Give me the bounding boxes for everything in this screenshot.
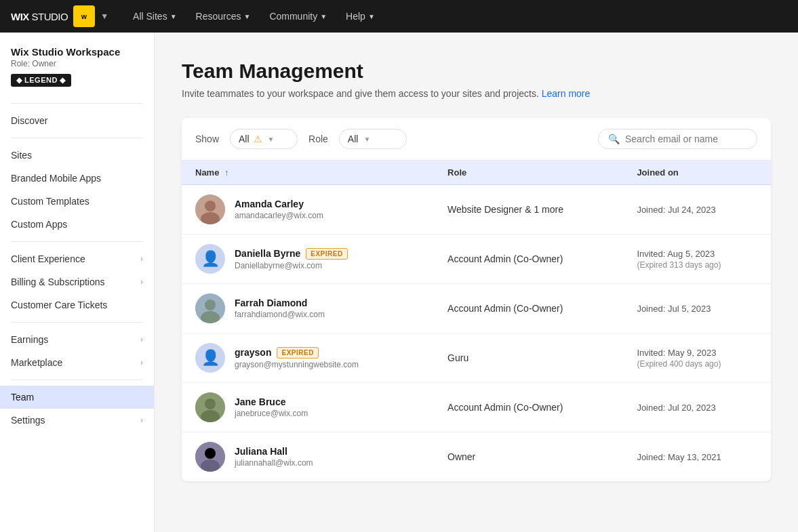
member-details: Jane Bruce janebruce@wix.com — [235, 396, 308, 418]
sidebar-item-custom-templates[interactable]: Custom Templates — [0, 190, 154, 213]
show-filter-value: All — [239, 134, 250, 144]
warning-icon: ⚠ — [254, 134, 262, 144]
avatar-placeholder-icon: 👤 — [201, 349, 220, 367]
avatar — [195, 293, 225, 323]
member-details: grayson EXPIRED grayson@mystunningwebsit… — [235, 347, 359, 369]
member-joined: Invited: Aug 5, 2023(Expired 313 days ag… — [623, 234, 771, 284]
avatar-placeholder-icon: 👤 — [201, 250, 220, 268]
workspace-role: Role: Owner — [11, 59, 143, 68]
resources-chevron: ▼ — [243, 13, 250, 20]
show-label: Show — [195, 134, 219, 144]
col-joined: Joined on — [623, 161, 771, 185]
sidebar-item-discover[interactable]: Discover — [0, 109, 154, 132]
billing-subscriptions-chevron: › — [140, 277, 143, 287]
marketplace-chevron: › — [140, 358, 143, 367]
show-filter-chevron: ▼ — [268, 136, 275, 143]
svg-point-6 — [205, 300, 216, 310]
help-chevron: ▼ — [368, 13, 375, 20]
community-chevron: ▼ — [320, 13, 327, 20]
sidebar-item-client-experience[interactable]: Client Experience › — [0, 247, 154, 270]
expired-badge: EXPIRED — [277, 347, 318, 359]
nav-item-community[interactable]: Community ▼ — [261, 5, 335, 27]
joined-line2: (Expired 313 days ago) — [637, 260, 757, 270]
sidebar-item-earnings[interactable]: Earnings › — [0, 328, 154, 351]
member-role: Account Admin (Co-Owner) — [434, 383, 623, 432]
search-box[interactable]: 🔍 — [598, 129, 757, 149]
member-cell-4: Jane Bruce janebruce@wix.com — [182, 383, 434, 432]
search-input[interactable] — [625, 134, 747, 144]
sidebar-item-custom-apps[interactable]: Custom Apps — [0, 213, 154, 236]
member-role: Account Admin (Co-Owner) — [434, 284, 623, 333]
settings-chevron: › — [140, 415, 143, 425]
member-info: 👤 grayson EXPIRED grayson@mystunningwebs… — [195, 343, 420, 373]
sidebar-item-team[interactable]: Team — [0, 386, 154, 409]
svg-text:W: W — [81, 14, 87, 20]
member-cell-2: Farrah Diamond farrahdiamond@wix.com — [182, 284, 434, 333]
member-joined: Joined: Jul 24, 2023 — [623, 185, 771, 234]
name-sort-icon[interactable]: ↑ — [224, 167, 229, 178]
member-info: Amanda Carley amandacarley@wix.com — [195, 195, 420, 224]
sidebar-item-settings[interactable]: Settings › — [0, 409, 154, 432]
main-layout: Wix Studio Workspace Role: Owner ◆ LEGEN… — [0, 33, 798, 532]
col-role: Role — [434, 161, 623, 185]
earnings-chevron: › — [140, 335, 143, 344]
nav-item-all-sites[interactable]: All Sites ▼ — [125, 5, 184, 27]
sidebar-item-customer-care-tickets[interactable]: Customer Care Tickets — [0, 293, 154, 316]
wix-badge-icon: W — [77, 9, 91, 23]
nav-item-resources[interactable]: Resources ▼ — [188, 5, 259, 27]
avatar — [195, 442, 225, 472]
team-table: Name ↑ Role Joined on Amanda Carley aman… — [182, 161, 771, 481]
joined-line1: Joined: Jul 24, 2023 — [637, 205, 757, 215]
member-name: Daniella Byrne EXPIRED — [235, 248, 348, 260]
member-name: grayson EXPIRED — [235, 347, 359, 359]
page-title: Team Management — [182, 60, 771, 83]
role-filter-value: All — [348, 134, 359, 144]
table-row: Juliana Hall juliannahall@wix.com OwnerJ… — [182, 432, 771, 482]
expired-badge: EXPIRED — [306, 248, 347, 260]
workspace-name: Wix Studio Workspace — [11, 46, 143, 58]
sidebar-divider-5 — [11, 380, 143, 380]
member-details: Daniella Byrne EXPIRED Daniellabyrne@wix… — [235, 248, 348, 270]
member-email: janebruce@wix.com — [235, 409, 308, 418]
table-row: 👤 grayson EXPIRED grayson@mystunningwebs… — [182, 333, 771, 383]
wix-studio-logo: WIX STUDIO — [11, 11, 68, 22]
member-joined: Joined: Jul 20, 2023 — [623, 383, 771, 432]
avatar — [195, 392, 225, 422]
joined-line1: Joined: Jul 20, 2023 — [637, 403, 757, 413]
sidebar-item-marketplace[interactable]: Marketplace › — [0, 351, 154, 374]
member-info: Farrah Diamond farrahdiamond@wix.com — [195, 293, 420, 323]
sidebar-header: Wix Studio Workspace Role: Owner ◆ LEGEN… — [0, 33, 154, 98]
member-email: amandacarley@wix.com — [235, 211, 323, 220]
nav-item-help[interactable]: Help ▼ — [338, 5, 383, 27]
filters-row: Show All ⚠ ▼ Role All ▼ 🔍 — [182, 118, 771, 161]
role-filter-chevron: ▼ — [363, 136, 370, 143]
page-subtitle: Invite teammates to your workspace and g… — [182, 88, 771, 99]
sidebar-divider-4 — [11, 322, 143, 323]
all-sites-chevron: ▼ — [170, 13, 177, 20]
col-name: Name ↑ — [182, 161, 434, 185]
brand-chevron[interactable]: ▼ — [100, 12, 108, 21]
top-navigation: WIX STUDIO W ▼ All Sites ▼ Resources ▼ C… — [0, 0, 798, 33]
client-experience-chevron: › — [140, 254, 143, 264]
member-role: Website Designer & 1 more — [434, 185, 623, 234]
member-info: Juliana Hall juliannahall@wix.com — [195, 442, 420, 472]
learn-more-link[interactable]: Learn more — [542, 88, 591, 99]
nav-items: All Sites ▼ Resources ▼ Community ▼ Help… — [125, 5, 383, 27]
member-email: farrahdiamond@wix.com — [235, 310, 325, 319]
show-filter-select[interactable]: All ⚠ ▼ — [230, 129, 298, 149]
member-email: Daniellabyrne@wix.com — [235, 261, 348, 270]
svg-point-12 — [205, 448, 216, 459]
avatar: 👤 — [195, 343, 225, 373]
member-info: Jane Bruce janebruce@wix.com — [195, 392, 420, 422]
joined-line1: Invited: May 9, 2023 — [637, 348, 757, 358]
content-area: Team Management Invite teammates to your… — [155, 33, 798, 532]
sidebar-item-billing-subscriptions[interactable]: Billing & Subscriptions › — [0, 270, 154, 293]
sidebar-item-branded-mobile-apps[interactable]: Branded Mobile Apps — [0, 167, 154, 190]
sidebar-item-sites[interactable]: Sites — [0, 144, 154, 167]
member-name: Juliana Hall — [235, 446, 313, 457]
avatar: 👤 — [195, 244, 225, 274]
role-filter-select[interactable]: All ▼ — [339, 129, 407, 149]
member-role: Guru — [434, 333, 623, 383]
member-cell-1: 👤 Daniella Byrne EXPIRED Daniellabyrne@w… — [182, 234, 434, 284]
sidebar-divider-2 — [11, 138, 143, 138]
